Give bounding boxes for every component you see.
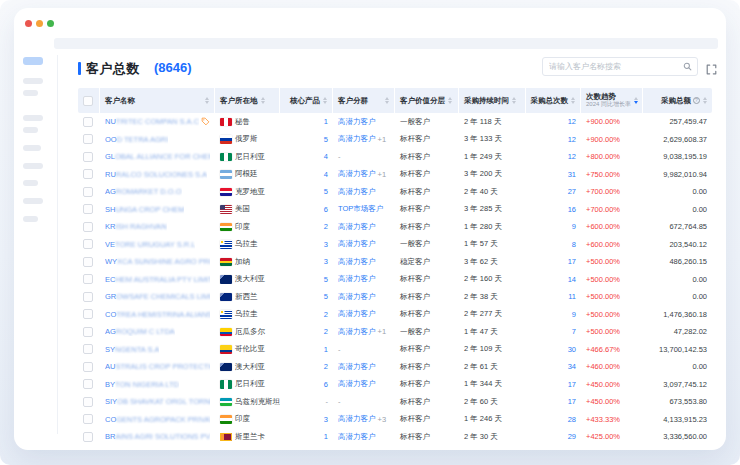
customer-name-link[interactable]: RURALCO SOLUCIONES S.A <box>105 170 207 179</box>
row-checkbox[interactable] <box>83 169 93 179</box>
customer-name-link[interactable]: SHUNGA CROP CHEM <box>105 205 184 214</box>
segment-link[interactable]: 高潜力客户 <box>338 362 376 372</box>
search-box[interactable] <box>542 57 698 76</box>
purchase-count-link[interactable]: 12 <box>568 117 576 126</box>
row-checkbox[interactable] <box>83 134 93 144</box>
segment-link[interactable]: 高潜力客户 <box>338 239 376 249</box>
table-row[interactable]: ECHEM AUSTRALIA PTY LIMITED)澳大利亚5高潜力客户标杆… <box>78 271 712 289</box>
purchase-count-link[interactable]: 12 <box>568 152 576 161</box>
segment-link[interactable]: 高潜力客户 <box>338 117 376 127</box>
segment-link[interactable]: 高潜力客户 <box>338 414 376 424</box>
row-checkbox[interactable] <box>83 432 93 442</box>
window-close-button[interactable] <box>25 20 32 27</box>
purchase-count-link[interactable]: 16 <box>568 205 576 214</box>
customer-name-link[interactable]: VETORE URUGUAY S.R.L <box>105 240 195 249</box>
table-row[interactable]: GROWSAFE CHEMICALS LIMITED新西兰5高潜力客户标杆客户2… <box>78 288 712 306</box>
customer-name-link[interactable]: GROWSAFE CHEMICALS LIMITED <box>105 292 210 301</box>
row-checkbox[interactable] <box>83 152 93 162</box>
row-checkbox[interactable] <box>83 274 93 284</box>
core-product-count-link[interactable]: 4 <box>324 152 328 161</box>
purchase-count-link[interactable]: 28 <box>568 415 576 424</box>
sort-icon-product[interactable] <box>323 97 327 105</box>
purchase-count-link[interactable]: 12 <box>568 135 576 144</box>
core-product-count-link[interactable]: 6 <box>324 380 328 389</box>
customer-name-link[interactable]: OOD TETRA AGRI <box>105 135 168 144</box>
core-product-count-link[interactable]: 6 <box>324 205 328 214</box>
segment-link[interactable]: 高潜力客户 <box>338 379 376 389</box>
core-product-count-link[interactable]: 5 <box>324 135 328 144</box>
core-product-count-link[interactable]: 1 <box>324 117 328 126</box>
customer-name-link[interactable]: AGROMARKET D.O.O <box>105 187 182 196</box>
sort-icon-name[interactable] <box>205 97 209 105</box>
segment-link[interactable]: 高潜力客户 <box>338 134 376 144</box>
row-checkbox[interactable] <box>83 222 93 232</box>
segment-link[interactable]: 高潜力客户 <box>338 309 376 319</box>
table-row[interactable]: SIYOB SHAVKAT ORGL TORNEYX ...乌兹别克斯坦--标杆… <box>78 393 712 411</box>
customer-name-link[interactable]: COTREA HEMISTRINA ALIANSR... <box>105 310 210 319</box>
table-row[interactable]: GLOBAL ALLIANCE FOR CHEMICA...尼日利亚4-标杆客户… <box>78 148 712 166</box>
info-icon[interactable]: ? <box>693 97 700 104</box>
row-checkbox[interactable] <box>83 397 93 407</box>
purchase-count-link[interactable]: 29 <box>568 432 576 441</box>
core-product-count-link[interactable]: 5 <box>324 292 328 301</box>
sort-icon-total[interactable] <box>703 97 707 105</box>
segment-link[interactable]: TOP市场客户 <box>338 204 383 214</box>
customer-name-link[interactable]: NUTRITEC COMPAN S.A.C <box>105 117 199 126</box>
customer-name-link[interactable]: AUSTRALIS CROP PROTECTIONP... <box>105 362 210 371</box>
tag-icon[interactable] <box>201 117 210 126</box>
table-row[interactable]: KRISH RAGHVAN印度2高潜力客户标杆客户1 年 280 天9+600.… <box>78 218 712 236</box>
table-row[interactable]: AGROMARKET D.O.O克罗地亚5高潜力客户标杆客户2 年 40 天27… <box>78 183 712 201</box>
row-checkbox[interactable] <box>83 327 93 337</box>
table-row[interactable]: SYNGENTA S.A哥伦比亚1-标杆客户2 年 109 天30+466.67… <box>78 341 712 359</box>
table-row[interactable]: NUTRITEC COMPAN S.A.C秘鲁1高潜力客户一般客户2 年 118… <box>78 113 712 131</box>
sidebar-item[interactable] <box>23 145 41 151</box>
customer-name-link[interactable]: COGENTS AGROPACK PRIVATE ... <box>105 415 210 424</box>
row-checkbox[interactable] <box>83 187 93 197</box>
table-row[interactable]: AGROQUIM C LTDA厄瓜多尔2高潜力客户+1一般客户1 年 47 天7… <box>78 323 712 341</box>
purchase-count-link[interactable]: 17 <box>568 397 576 406</box>
select-all-checkbox[interactable] <box>83 96 93 106</box>
purchase-count-link[interactable]: 9 <box>572 310 576 319</box>
table-row[interactable]: VETORE URUGUAY S.R.L乌拉圭3高潜力客户一般客户1 年 57 … <box>78 236 712 254</box>
sidebar-item[interactable] <box>23 127 38 133</box>
sidebar-item[interactable] <box>23 90 38 96</box>
customer-name-link[interactable]: KRISH RAGHVAN <box>105 222 167 231</box>
customer-name-link[interactable]: SIYOB SHAVKAT ORGL TORNEYX ... <box>105 397 210 406</box>
segment-link[interactable]: 高潜力客户 <box>338 274 376 284</box>
table-row[interactable]: COGENTS AGROPACK PRIVATE ...印度3高潜力客户+3标杆… <box>78 411 712 429</box>
purchase-count-link[interactable]: 27 <box>568 187 576 196</box>
table-row[interactable]: WYXCA SUNSHINE AGRO PRODU...加纳3高潜力客户稳定客户… <box>78 253 712 271</box>
core-product-count-link[interactable]: 2 <box>324 310 328 319</box>
segment-link[interactable]: 高潜力客户 <box>338 432 376 442</box>
window-zoom-button[interactable] <box>47 20 54 27</box>
row-checkbox[interactable] <box>83 362 93 372</box>
customer-name-link[interactable]: BYTON NIGERIA LTD <box>105 380 179 389</box>
row-checkbox[interactable] <box>83 292 93 302</box>
row-checkbox[interactable] <box>83 309 93 319</box>
customer-name-link[interactable]: AGROQUIM C LTDA <box>105 327 175 336</box>
customer-name-link[interactable]: GLOBAL ALLIANCE FOR CHEMICA... <box>105 152 210 161</box>
core-product-count-link[interactable]: 3 <box>324 415 328 424</box>
core-product-count-link[interactable]: 3 <box>324 257 328 266</box>
sort-icon-location[interactable] <box>261 97 265 105</box>
segment-link[interactable]: 高潜力客户 <box>338 327 376 337</box>
segment-link[interactable]: 高潜力客户 <box>338 257 376 267</box>
row-checkbox[interactable] <box>83 239 93 249</box>
purchase-count-link[interactable]: 34 <box>568 362 576 371</box>
core-product-count-link[interactable]: 2 <box>324 362 328 371</box>
row-checkbox[interactable] <box>83 117 93 127</box>
sidebar-item-active[interactable] <box>23 57 43 65</box>
table-row[interactable]: COTREA HEMISTRINA ALIANSR...乌拉圭2高潜力客户标杆客… <box>78 306 712 324</box>
purchase-count-link[interactable]: 9 <box>572 222 576 231</box>
sort-icon-count[interactable] <box>571 97 575 105</box>
sidebar-item[interactable] <box>23 115 43 121</box>
purchase-count-link[interactable]: 7 <box>572 327 576 336</box>
purchase-count-link[interactable]: 11 <box>568 292 576 301</box>
sidebar-item[interactable] <box>23 78 43 84</box>
table-row[interactable]: RURALCO SOLUCIONES S.A阿根廷4高潜力客户+1标杆客户3 年… <box>78 166 712 184</box>
table-row[interactable]: OOD TETRA AGRI俄罗斯5高潜力客户+1标杆客户3 年 133 天12… <box>78 131 712 149</box>
segment-link[interactable]: 高潜力客户 <box>338 187 376 197</box>
table-row[interactable]: BRAINS AGRI SOLUTIONS PVTLTD斯里兰卡1高潜力客户标杆… <box>78 428 712 446</box>
core-product-count-link[interactable]: 1 <box>324 345 328 354</box>
core-product-count-link[interactable]: 2 <box>324 222 328 231</box>
